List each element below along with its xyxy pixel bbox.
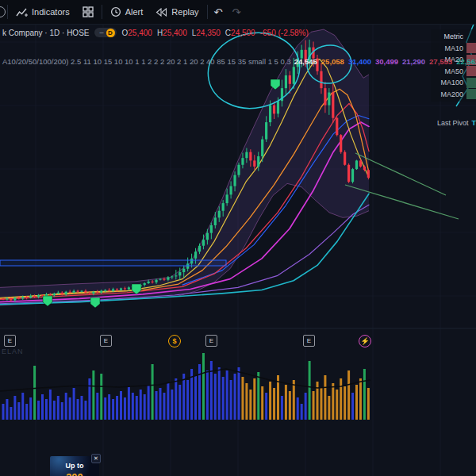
metric-row-label: MA100 [431,79,466,86]
volume-indicator-label: ELAN [2,347,24,355]
ohlc-pair: H25,400 [157,29,187,37]
minimize-icon: – [99,29,103,36]
event-badge-e[interactable]: E [100,335,112,347]
redo-button[interactable]: ↷ [227,6,245,18]
ma-value: 24,545 [294,57,317,66]
top-toolbar: Indicators Alert Replay ↶ ↷ [0,0,476,25]
change-value: -650 (-2.58%) [260,29,309,37]
ma-value: 22,562 [456,57,476,66]
dividend-badge[interactable]: $ [168,335,181,347]
symbol-flag-pill[interactable]: – D [94,28,116,37]
symbol-legend-row: k Company · 1D · HOSE – D O25,400H25,400… [2,28,309,37]
last-pivot-label: Last Pivot [437,119,469,127]
ad-line2: 300 [50,471,99,476]
alert-label: Alert [125,7,144,17]
toolbar-divider [102,5,102,19]
replay-label: Replay [171,7,198,17]
indicators-label: Indicators [32,7,70,17]
event-badge-e[interactable]: E [205,335,217,347]
delayed-data-badge: D [106,29,115,37]
indicators-chart-icon [16,7,28,17]
ad-close-button[interactable]: ✕ [91,454,101,463]
ohlc-values: O25,400H25,400L24,350C24,500-650 (-2.58%… [122,29,309,37]
buy-signal-shield-marker[interactable] [43,296,52,306]
toolbar-divider [207,5,208,19]
ma-value: 25,058 [321,57,344,66]
symbol-title[interactable]: k Company · 1D · HOSE [2,29,89,37]
metric-header-row: Metric [431,31,476,43]
metric-row: MA10 [431,43,476,55]
grid-layout-icon [83,6,94,17]
metric-row: MA200 [431,89,476,101]
undo-button[interactable]: ↶ [209,6,228,18]
ma-values: 24,54525,05831,40030,49921,29027,55322,5… [294,57,476,66]
price-volume-chart [0,25,476,476]
clipped-tool-icon [0,6,6,17]
alert-clock-icon [110,6,121,17]
flash-badge[interactable]: ⚡ [359,335,371,347]
buy-signal-shield-marker[interactable] [90,298,100,308]
metric-state-cell [466,43,476,53]
event-badge-e[interactable]: E [303,335,315,347]
ohlc-pair: C24,500 [225,29,255,37]
ohlc-pair: L24,350 [192,29,221,37]
metric-header: Metric [431,33,466,40]
alert-button[interactable]: Alert [104,0,150,24]
ma-legend-row: A10/20/50/100/200) 2.5 11 10 15 10 10 1 … [2,54,476,69]
toolbar-divider [7,5,8,19]
replay-rewind-icon [155,8,167,17]
indicators-button[interactable]: Indicators [10,0,76,24]
volume-ma-line [0,369,370,391]
layout-grid-button[interactable] [76,0,100,24]
ma-value: 31,400 [348,57,371,66]
ohlc-pair: O25,400 [122,29,152,37]
last-pivot-row: Last Pivot T [428,119,476,127]
ad-banner[interactable]: Up to 300 ✕ [50,456,99,476]
metric-row-label: MA10 [431,44,466,52]
trading-chart-app: Indicators Alert Replay ↶ ↷ [0,0,476,476]
metric-state-cell [466,78,476,88]
metric-row-label: MA200 [431,90,466,98]
last-pivot-value: T [472,119,476,127]
ma-value: 21,290 [402,57,425,66]
event-badge-e[interactable]: E [4,335,16,347]
ma-params-text: A10/20/50/100/200) 2.5 11 10 15 10 10 1 … [2,57,291,66]
metric-state-cell [466,89,476,99]
replay-button[interactable]: Replay [149,0,205,24]
chart-stage: k Company · 1D · HOSE – D O25,400H25,400… [0,25,476,476]
metric-row: MA100 [431,77,476,89]
ma-value: 27,553 [429,57,452,66]
blue-price-zone[interactable] [0,260,226,266]
ma-value: 30,499 [375,57,398,66]
